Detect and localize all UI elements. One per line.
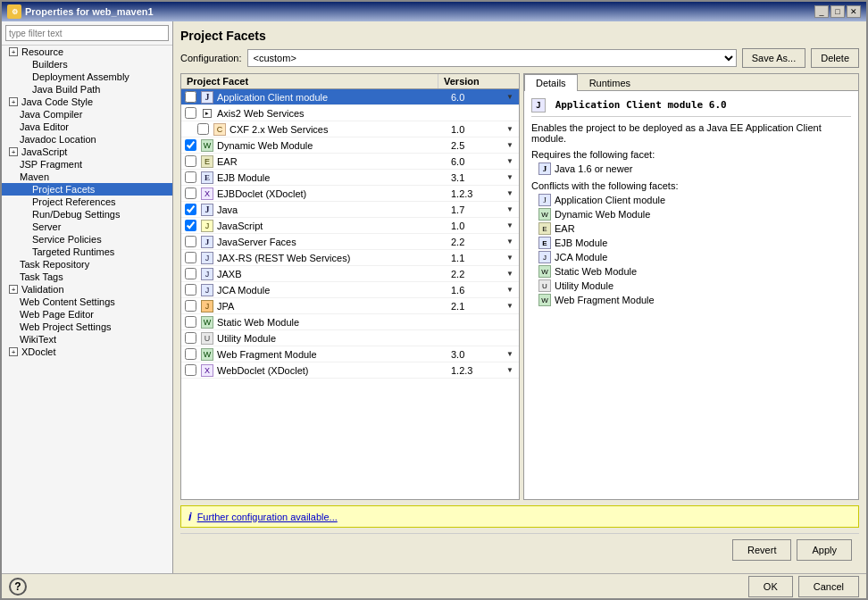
table-row[interactable]: W Dynamic Web Module 2.5 ▼ [181,138,519,154]
sidebar-item-java-code-style[interactable]: + Java Code Style [2,96,172,108]
sidebar-item-java-editor[interactable]: Java Editor [2,121,172,133]
facet-checkbox[interactable] [197,123,209,135]
version-arrow-cell[interactable]: ▼ [501,350,519,358]
sidebar-item-task-tags[interactable]: Task Tags [2,271,172,283]
check-cell[interactable] [181,155,199,167]
check-cell[interactable] [181,91,199,103]
cancel-button[interactable]: Cancel [798,576,859,597]
apply-button[interactable]: Apply [797,539,852,561]
check-cell[interactable] [181,300,199,312]
version-arrow-cell[interactable]: ▼ [501,286,519,294]
facet-checkbox[interactable] [185,236,196,247]
version-arrow-cell[interactable]: ▼ [501,125,519,133]
expand-icon[interactable]: + [9,97,18,106]
version-arrow-cell[interactable]: ▼ [501,270,519,278]
table-row[interactable]: X WebDoclet (XDoclet) 1.2.3 ▼ [181,362,519,379]
table-row[interactable]: J JAX-RS (REST Web Services) 1.1 ▼ [181,250,519,266]
facet-checkbox[interactable] [185,107,196,119]
facet-checkbox[interactable] [185,316,196,328]
config-combo[interactable]: <custom> [247,49,737,67]
expand-icon[interactable]: + [9,285,18,294]
sidebar-item-xdoclet[interactable]: + XDoclet [2,346,172,358]
version-arrow-cell[interactable]: ▼ [501,189,519,197]
further-config-link[interactable]: Further configuration available... [197,512,338,522]
check-cell[interactable] [181,284,199,296]
table-row[interactable]: J JCA Module 1.6 ▼ [181,282,519,298]
expand-icon[interactable]: + [9,147,18,156]
version-arrow-cell[interactable]: ▼ [501,205,519,213]
version-arrow-cell[interactable]: ▼ [501,93,519,101]
filter-input[interactable] [5,25,169,41]
sidebar-item-server[interactable]: Server [2,221,172,233]
sidebar-item-project-facets[interactable]: Project Facets [2,183,172,196]
facet-checkbox[interactable] [185,220,196,231]
version-arrow-cell[interactable]: ▼ [501,141,519,149]
table-row[interactable]: J JAXB 2.2 ▼ [181,266,519,282]
facet-checkbox[interactable] [185,91,196,103]
table-row[interactable]: J Application Client module 6.0 ▼ [181,89,519,105]
ok-button[interactable]: OK [748,576,793,597]
facet-checkbox[interactable] [185,252,196,263]
version-arrow-cell[interactable]: ▼ [501,221,519,229]
check-cell[interactable] [181,139,199,151]
table-row[interactable]: E EJB Module 3.1 ▼ [181,170,519,186]
table-row[interactable]: J JavaScript 1.0 ▼ [181,218,519,234]
sidebar-item-web-page-editor[interactable]: Web Page Editor [2,308,172,321]
sidebar-item-wikitext[interactable]: WikiText [2,333,172,346]
expand-icon[interactable]: + [9,347,18,356]
check-cell[interactable] [181,364,199,376]
sidebar-item-javascript[interactable]: + JavaScript [2,146,172,158]
delete-button[interactable]: Delete [811,48,859,68]
save-as-button[interactable]: Save As... [742,48,806,68]
table-row[interactable]: W Static Web Module [181,314,519,330]
version-arrow-cell[interactable]: ▼ [501,302,519,310]
help-button[interactable]: ? [9,578,27,596]
version-arrow-cell[interactable]: ▼ [501,254,519,262]
sidebar-item-web-content-settings[interactable]: Web Content Settings [2,296,172,308]
check-cell[interactable] [181,316,199,328]
facet-checkbox[interactable] [185,284,196,296]
sidebar-item-run-debug-settings[interactable]: Run/Debug Settings [2,208,172,221]
tab-details[interactable]: Details [524,74,578,91]
sidebar-item-project-references[interactable]: Project References [2,196,172,208]
sidebar-item-targeted-runtimes[interactable]: Targeted Runtimes [2,246,172,258]
table-row[interactable]: ▸ Axis2 Web Services [181,105,519,121]
facet-checkbox[interactable] [185,155,196,167]
version-arrow-cell[interactable]: ▼ [501,173,519,181]
table-row[interactable]: E EAR 6.0 ▼ [181,154,519,170]
table-row[interactable]: U Utility Module [181,330,519,346]
sidebar-item-jsp-fragment[interactable]: JSP Fragment [2,158,172,171]
facet-checkbox[interactable] [185,188,196,199]
check-cell[interactable] [181,332,199,344]
close-button[interactable]: ✕ [847,5,861,18]
facet-checkbox[interactable] [185,171,196,183]
facet-checkbox[interactable] [185,204,196,215]
expand-icon[interactable]: + [9,47,18,56]
facet-checkbox[interactable] [185,332,196,344]
version-arrow-cell[interactable]: ▼ [501,366,519,374]
tab-runtimes[interactable]: Runtimes [578,74,642,91]
sidebar-item-maven[interactable]: Maven [2,171,172,183]
facet-checkbox[interactable] [185,348,196,360]
table-row[interactable]: W Web Fragment Module 3.0 ▼ [181,346,519,362]
table-row[interactable]: X EJBDoclet (XDoclet) 1.2.3 ▼ [181,186,519,202]
check-cell[interactable] [181,107,199,119]
check-cell[interactable] [181,188,199,199]
check-cell[interactable] [181,220,199,231]
sidebar-item-java-compiler[interactable]: Java Compiler [2,108,172,121]
table-row[interactable]: J Java 1.7 ▼ [181,202,519,218]
version-arrow-cell[interactable]: ▼ [501,157,519,165]
facet-checkbox[interactable] [185,364,196,376]
sidebar-item-validation[interactable]: + Validation [2,283,172,296]
group-expand-icon[interactable]: ▸ [203,109,212,118]
check-cell[interactable] [194,123,212,135]
minimize-button[interactable]: _ [814,5,829,18]
sidebar-item-builders[interactable]: Builders [2,58,172,71]
table-row[interactable]: J JPA 2.1 ▼ [181,298,519,314]
version-arrow-cell[interactable]: ▼ [501,238,519,246]
facet-checkbox[interactable] [185,300,196,312]
facet-checkbox[interactable] [185,268,196,279]
sidebar-item-web-project-settings[interactable]: Web Project Settings [2,321,172,333]
sidebar-item-resource[interactable]: + Resource [2,46,172,58]
check-cell[interactable] [181,268,199,279]
